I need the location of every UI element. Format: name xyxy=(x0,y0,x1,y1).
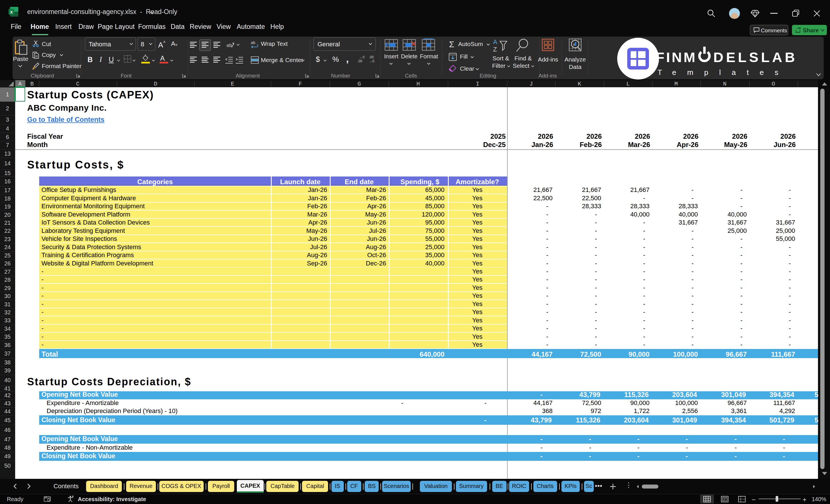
svg-text:ab: ab xyxy=(226,43,232,48)
svg-text:ab: ab xyxy=(251,40,255,45)
svg-text:.00: .00 xyxy=(369,55,374,59)
svg-text:.00: .00 xyxy=(357,59,362,63)
svg-text:Z: Z xyxy=(493,46,497,53)
svg-text:x: x xyxy=(10,9,13,14)
svg-text:A: A xyxy=(493,38,498,45)
svg-text:→0: →0 xyxy=(369,59,374,63)
svg-text:←0: ←0 xyxy=(359,55,365,59)
